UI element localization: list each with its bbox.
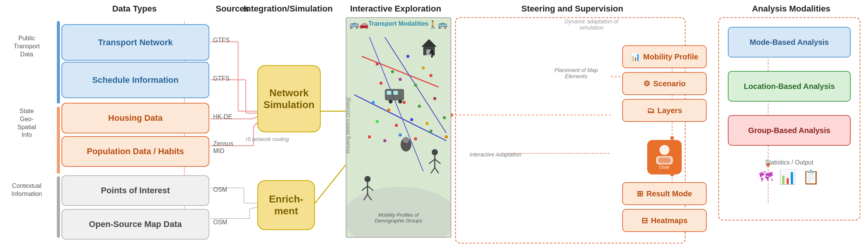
- svg-point-50: [414, 84, 417, 87]
- header-analysis: Analysis Modalities: [730, 4, 853, 14]
- mobility-profiles-label: Mobility Profiles ofDemographic Groups: [360, 212, 437, 224]
- svg-point-48: [379, 82, 383, 85]
- network-simulation-box: NetworkSimulation: [257, 65, 321, 132]
- chart-bar-icon: 📊: [631, 52, 640, 61]
- gray-sidebar-bar: [57, 176, 60, 238]
- bus-icon: 🚌🚗: [350, 20, 369, 29]
- source-gtfs-2: GTFS: [213, 75, 230, 82]
- section-public-transport: PublicTransportData: [1, 35, 53, 58]
- source-osm-1: OSM: [213, 186, 227, 193]
- user-label: User: [659, 164, 669, 170]
- routing-metrics-label: Routing Metrics (Scoring): [345, 77, 351, 153]
- scenario-box[interactable]: ⚙ Scenario: [622, 72, 707, 95]
- map-data-box: Open-Source Map Data: [61, 209, 209, 240]
- location-based-box[interactable]: Location-Based Analysis: [728, 71, 851, 102]
- location-based-label: Location-Based Analysis: [744, 82, 835, 91]
- group-based-box[interactable]: Group-Based Analysis: [728, 115, 851, 146]
- svg-point-58: [395, 124, 398, 127]
- svg-rect-69: [387, 91, 391, 95]
- svg-point-59: [410, 118, 413, 121]
- schedule-info-label: Schedule Information: [92, 75, 179, 85]
- doc-output-icon: 📋: [802, 169, 820, 185]
- section-contextual: ContextualInformation: [1, 182, 53, 198]
- svg-point-63: [383, 139, 386, 142]
- result-mode-box[interactable]: ⊞ Result Mode: [622, 182, 707, 205]
- enrichment-label: Enrich-ment: [269, 193, 303, 217]
- housing-data-box: Housing Data: [61, 103, 209, 133]
- svg-point-44: [376, 62, 379, 66]
- svg-point-52: [372, 101, 375, 104]
- points-of-interest-label: Points of Interest: [101, 186, 170, 196]
- svg-point-72: [398, 100, 402, 104]
- source-hkde: HK-DE: [213, 113, 232, 120]
- header-integration: Integration/Simulation: [238, 4, 338, 14]
- mobility-profile-label: Mobility Profile: [643, 53, 698, 61]
- svg-point-75: [404, 145, 408, 149]
- result-icon: ⊞: [637, 189, 643, 198]
- mode-based-box[interactable]: Mode-Based Analysis: [728, 27, 851, 58]
- svg-point-86: [432, 149, 438, 155]
- enrichment-box: Enrich-ment: [257, 180, 315, 230]
- layers-box[interactable]: 🗂 Layers: [622, 99, 707, 122]
- svg-line-16: [250, 207, 257, 209]
- gear-icon: ⚙: [643, 79, 650, 88]
- header-steering: Steering and Supervision: [507, 4, 638, 14]
- diagram-container: Data Types Sources Integration/Simulatio…: [0, 0, 868, 250]
- svg-point-51: [429, 74, 432, 77]
- header-interactive: Interactive Exploration: [330, 4, 461, 14]
- svg-point-53: [387, 109, 390, 112]
- map-svg: [346, 18, 451, 238]
- svg-line-7: [252, 117, 257, 119]
- dynamic-adaptation-label: Dynamic adaptation of simulation: [553, 18, 630, 31]
- header-data-types: Data Types: [67, 4, 202, 14]
- blue-sidebar-bar: [57, 21, 60, 104]
- r5-label: r5 network routing: [246, 136, 289, 142]
- svg-rect-94: [658, 158, 671, 163]
- svg-point-47: [422, 66, 425, 69]
- mode-based-label: Mode-Based Analysis: [750, 38, 829, 47]
- placement-label: Placement of Map Elements: [545, 67, 607, 79]
- map-area: Transport Modalities 🚌🚗 🚶🚌 Mobility Prof…: [346, 17, 451, 238]
- svg-rect-70: [393, 91, 398, 95]
- svg-point-55: [418, 105, 421, 108]
- map-data-label: Open-Source Map Data: [89, 219, 182, 229]
- svg-point-49: [399, 78, 402, 81]
- svg-point-62: [368, 135, 371, 138]
- population-data-box: Population Data / Habits: [61, 136, 209, 167]
- svg-point-46: [406, 55, 409, 58]
- svg-point-45: [391, 70, 394, 73]
- transport-network-label: Transport Network: [98, 38, 172, 48]
- svg-point-67: [445, 135, 448, 138]
- source-zensus: ZensusMID: [213, 140, 233, 155]
- svg-point-60: [426, 122, 429, 125]
- svg-point-61: [443, 116, 446, 119]
- svg-point-64: [399, 133, 402, 137]
- map-output-icon: 🗺: [759, 169, 773, 185]
- svg-point-92: [659, 145, 669, 155]
- schedule-info-box: Schedule Information: [61, 62, 209, 98]
- group-based-label: Group-Based Analysis: [748, 126, 830, 135]
- svg-point-66: [429, 130, 432, 133]
- svg-point-65: [414, 137, 417, 140]
- stats-area: Statistics / Output 🗺 📊 📋: [728, 159, 851, 185]
- svg-line-18: [315, 165, 346, 203]
- layers-label: Layers: [658, 106, 682, 115]
- heatmaps-label: Heatmaps: [651, 216, 688, 225]
- svg-point-56: [433, 97, 436, 100]
- transport-network-box: Transport Network: [61, 24, 209, 61]
- heatmaps-box[interactable]: ⊟ Heatmaps: [622, 209, 707, 232]
- svg-point-74: [403, 137, 409, 143]
- map-title: Transport Modalities: [368, 20, 428, 27]
- heatmap-icon: ⊟: [641, 216, 648, 225]
- stats-label: Statistics / Output: [728, 159, 851, 166]
- user-icon-box: User: [647, 140, 682, 174]
- source-gtfs-1: GTFS: [213, 37, 230, 44]
- mobility-profile-box[interactable]: 📊 Mobility Profile: [622, 45, 707, 68]
- layers-icon: 🗂: [647, 106, 654, 115]
- walk-icon: 🚶🚌: [428, 20, 447, 29]
- chart-output-icon: 📊: [779, 169, 796, 185]
- result-mode-label: Result Mode: [646, 189, 692, 198]
- svg-point-54: [403, 101, 406, 104]
- population-data-label: Population Data / Habits: [87, 146, 184, 156]
- svg-line-10: [253, 123, 257, 127]
